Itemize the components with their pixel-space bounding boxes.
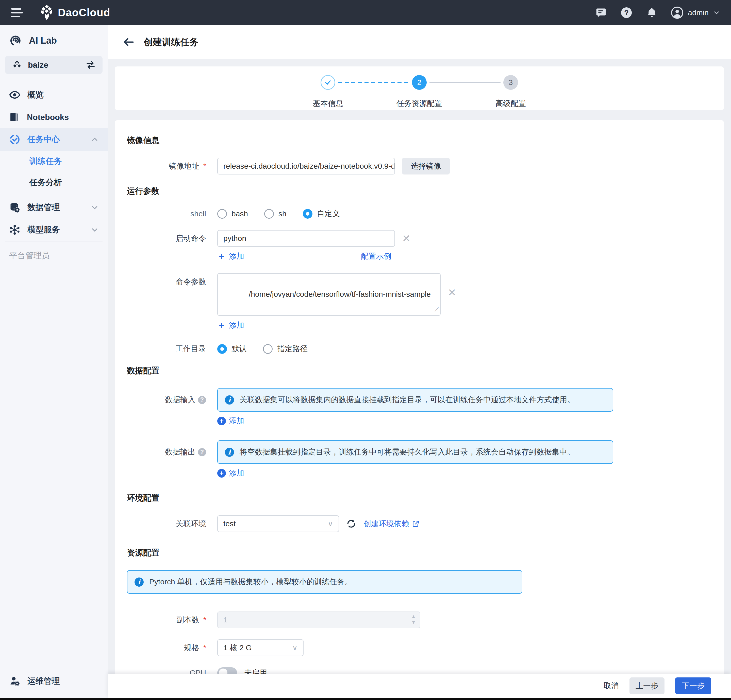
required-asterisk: * (203, 644, 206, 652)
ai-lab-logo-icon (9, 34, 22, 47)
sidebar-item-model-services[interactable]: 模型服务 (0, 219, 108, 241)
section-data-config: 数据配置 (127, 365, 712, 376)
sidebar-item-ops-management[interactable]: 运维管理 (0, 669, 108, 693)
workdir-option-custom-path[interactable]: 指定路径 (263, 344, 308, 354)
next-step-button[interactable]: 下一步 (675, 677, 711, 694)
product-header: AI Lab (0, 25, 108, 55)
create-env-dependency-link[interactable]: 创建环境依赖 (364, 518, 419, 529)
user-menu[interactable]: admin (671, 7, 720, 19)
page-header: 创建训练任务 (108, 25, 731, 59)
workdir-option-default[interactable]: 默认 (217, 344, 247, 354)
resize-handle[interactable]: ⟋ (435, 306, 439, 314)
workdir-label: 工作目录 (176, 344, 206, 354)
chevron-down-icon: ∨ (292, 644, 298, 652)
stepper-card: 基本信息 2 任务资源配置 3 高级配置 (115, 66, 724, 110)
section-run-params: 运行参数 (127, 186, 712, 197)
sidebar-item-data-management[interactable]: 数据管理 (0, 196, 108, 219)
step-advanced-config: 3 高级配置 (465, 75, 556, 110)
wizard-footer: 取消 上一步 下一步 (108, 674, 731, 698)
shell-option-bash[interactable]: bash (217, 209, 248, 219)
help-icon[interactable]: ? (620, 7, 633, 19)
replicas-input[interactable]: 1 ▲▼ (217, 612, 420, 628)
radio-unchecked[interactable] (264, 209, 274, 219)
product-name: AI Lab (29, 35, 57, 46)
chevron-down-icon: ∨ (328, 520, 333, 528)
section-env-config: 环境配置 (127, 492, 712, 504)
help-tooltip-icon[interactable]: ? (198, 396, 206, 404)
main-area: 创建训练任务 基本信息 2 任务资源配置 3 高 (108, 25, 731, 698)
message-icon[interactable] (595, 7, 607, 19)
shell-label: shell (190, 209, 206, 218)
sidebar-item-task-center[interactable]: 任务中心 (0, 128, 108, 151)
remove-command-icon[interactable]: ✕ (402, 233, 411, 243)
chevron-up-icon (91, 136, 98, 143)
user-gear-icon (9, 676, 20, 687)
radio-checked[interactable] (303, 209, 313, 219)
select-image-button[interactable]: 选择镜像 (402, 158, 450, 174)
data-output-label: 数据输出 (165, 447, 195, 457)
command-args-textarea[interactable]: /home/jovyan/code/tensorflow/tf-fashion-… (217, 273, 440, 316)
workspace-selector[interactable]: baize (5, 56, 103, 74)
stepper: 基本信息 2 任务资源配置 3 高级配置 (282, 75, 556, 110)
workspace-switch-icon[interactable] (85, 60, 96, 70)
database-gear-icon (9, 202, 20, 213)
radio-unchecked[interactable] (263, 344, 273, 354)
plus-icon: ＋ (217, 319, 226, 331)
sidebar-item-notebooks[interactable]: Notebooks (0, 106, 108, 128)
refresh-icon[interactable] (346, 518, 357, 529)
previous-step-button[interactable]: 上一步 (630, 677, 665, 694)
chevron-down-icon (713, 9, 720, 16)
section-resource-config: 资源配置 (127, 547, 712, 558)
topbar: DaoCloud ? admin (0, 0, 731, 25)
step-task-resources: 2 任务资源配置 (374, 75, 465, 110)
sidebar-item-overview[interactable]: 概览 (0, 84, 108, 106)
data-input-hint: i 关联数据集可以将数据集内的数据直接挂载到指定目录，可以在训练任务中通过本地文… (217, 388, 613, 412)
remove-args-icon[interactable]: ✕ (448, 287, 457, 297)
back-arrow-icon[interactable] (123, 36, 135, 48)
start-command-input[interactable]: python (217, 230, 395, 247)
platform-admin-label: 平台管理员 (0, 242, 108, 268)
avatar (671, 7, 683, 19)
page-title: 创建训练任务 (144, 36, 198, 48)
workspace-name: baize (28, 60, 80, 70)
notebook-icon (9, 112, 20, 123)
number-spinner[interactable]: ▲▼ (411, 614, 416, 625)
add-args-link[interactable]: ＋添加 (217, 319, 244, 331)
add-data-input-link[interactable]: +添加 (217, 416, 244, 426)
plus-circle-icon: + (217, 469, 226, 477)
step-done-check-icon (321, 75, 335, 90)
step-basic-info: 基本信息 (282, 75, 374, 110)
image-address-label: 镜像地址 (169, 161, 199, 171)
env-select[interactable]: test ∨ (217, 515, 339, 532)
notification-bell-icon[interactable] (646, 7, 658, 19)
help-tooltip-icon[interactable]: ? (198, 448, 206, 456)
external-link-icon (412, 520, 419, 527)
env-label: 关联环境 (176, 518, 206, 529)
sidebar-item-task-analysis[interactable]: 任务分析 (0, 172, 108, 193)
topbar-actions: ? admin (595, 7, 720, 19)
radio-checked[interactable] (217, 344, 227, 354)
window-bottom-edge (0, 698, 731, 700)
menu-toggle-icon[interactable] (11, 8, 23, 17)
brand: DaoCloud (40, 5, 110, 21)
image-address-input[interactable]: release-ci.daocloud.io/baize/baize-noteb… (217, 158, 395, 174)
shell-option-custom[interactable]: 自定义 (303, 208, 340, 219)
shell-option-sh[interactable]: sh (264, 209, 286, 219)
add-command-link[interactable]: ＋添加 (217, 250, 244, 262)
command-args-label: 命令参数 (176, 277, 206, 287)
required-asterisk: * (203, 162, 206, 170)
eye-icon (9, 89, 20, 100)
plus-icon: ＋ (217, 250, 226, 262)
start-command-label: 启动命令 (176, 233, 206, 244)
data-input-label: 数据输入 (165, 395, 195, 405)
add-data-output-link[interactable]: +添加 (217, 468, 244, 478)
data-output-hint: i 将空数据集挂载到指定目录，训练任务中可将需要持久化写入此目录，系统会自动保存… (217, 440, 613, 464)
cancel-button[interactable]: 取消 (603, 681, 619, 691)
spec-label: 规格 (184, 643, 199, 653)
radio-unchecked[interactable] (217, 209, 227, 219)
spec-select[interactable]: 1 核 2 G ∨ (217, 639, 304, 656)
section-image-info: 镜像信息 (127, 135, 712, 146)
config-example-link[interactable]: 配置示例 (361, 251, 391, 262)
chevron-down-icon (91, 204, 98, 211)
sidebar-item-training-tasks[interactable]: 训练任务 (0, 151, 108, 172)
